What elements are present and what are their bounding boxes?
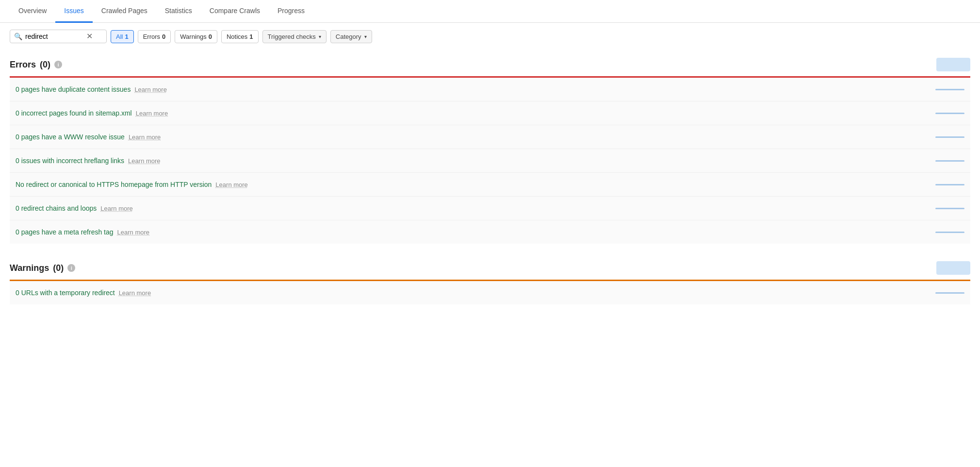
filter-all[interactable]: All 1	[111, 30, 134, 43]
tab-issues[interactable]: Issues	[55, 0, 92, 23]
issue-left: No redirect or canonical to HTTPS homepa…	[16, 181, 248, 188]
learn-more-link[interactable]: Learn more	[100, 205, 132, 212]
issue-text: 0 pages have duplicate content issues	[16, 85, 131, 93]
filter-warnings[interactable]: Warnings 0	[175, 30, 217, 43]
issue-text: No redirect or canonical to HTTPS homepa…	[16, 181, 212, 188]
tab-crawled-pages[interactable]: Crawled Pages	[93, 0, 156, 23]
filter-bar: 🔍 ✕ All 1 Errors 0 Warnings 0 Notices 1 …	[0, 23, 980, 50]
main-content: Errors (0) i 0 pages have duplicate cont…	[0, 50, 980, 314]
learn-more-link[interactable]: Learn more	[128, 157, 160, 165]
warnings-action-button[interactable]	[936, 261, 970, 275]
issue-row: 0 pages have a meta refresh tag Learn mo…	[10, 220, 970, 244]
filter-notices[interactable]: Notices 1	[221, 30, 259, 43]
issue-text: 0 incorrect pages found in sitemap.xml	[16, 109, 132, 117]
search-icon: 🔍	[14, 33, 22, 40]
errors-section-title: Errors (0) i	[10, 60, 62, 70]
filter-notices-label: Notices	[227, 33, 247, 40]
warnings-section-header: Warnings (0) i	[10, 253, 970, 280]
nav-tabs: Overview Issues Crawled Pages Statistics…	[0, 0, 980, 23]
issue-row: 0 issues with incorrect hreflang links L…	[10, 149, 970, 173]
issue-bar	[935, 160, 964, 162]
tab-statistics[interactable]: Statistics	[156, 0, 201, 23]
issue-bar	[935, 292, 964, 294]
warnings-title-text: Warnings	[10, 263, 49, 273]
triggered-checks-label: Triggered checks	[268, 33, 316, 40]
issue-left: 0 redirect chains and loops Learn more	[16, 204, 133, 212]
issue-bar	[935, 208, 964, 209]
errors-count: (0)	[40, 60, 50, 70]
tab-progress[interactable]: Progress	[269, 0, 313, 23]
issue-left: 0 incorrect pages found in sitemap.xml L…	[16, 109, 168, 117]
learn-more-link[interactable]: Learn more	[129, 133, 161, 141]
triggered-checks-chevron-icon: ▾	[319, 34, 321, 39]
filter-all-label: All	[116, 33, 123, 40]
learn-more-link[interactable]: Learn more	[134, 86, 166, 93]
warnings-count: (0)	[53, 263, 64, 273]
tab-overview[interactable]: Overview	[10, 0, 55, 23]
issue-text: 0 URLs with a temporary redirect	[16, 289, 115, 297]
issue-left: 0 issues with incorrect hreflang links L…	[16, 157, 161, 165]
clear-icon[interactable]: ✕	[86, 33, 93, 40]
filter-notices-count: 1	[249, 33, 253, 40]
issue-bar	[935, 89, 964, 90]
filter-warnings-label: Warnings	[180, 33, 206, 40]
errors-section-header: Errors (0) i	[10, 50, 970, 76]
warnings-section-title: Warnings (0) i	[10, 263, 75, 273]
learn-more-link[interactable]: Learn more	[136, 110, 168, 117]
issue-text: 0 pages have a meta refresh tag	[16, 228, 114, 236]
issue-row: 0 redirect chains and loops Learn more	[10, 197, 970, 220]
category-label: Category	[336, 33, 361, 40]
filter-warnings-count: 0	[209, 33, 212, 40]
search-input[interactable]	[25, 33, 83, 40]
issue-left: 0 pages have a meta refresh tag Learn mo…	[16, 228, 149, 236]
issue-text: 0 issues with incorrect hreflang links	[16, 157, 124, 165]
learn-more-link[interactable]: Learn more	[117, 229, 149, 236]
filter-errors-count: 0	[162, 33, 165, 40]
errors-issues-section: 0 pages have duplicate content issues Le…	[10, 76, 970, 244]
tab-compare-crawls[interactable]: Compare Crawls	[201, 0, 269, 23]
category-dropdown[interactable]: Category ▾	[330, 30, 372, 43]
errors-action-button[interactable]	[936, 58, 970, 71]
issue-row: 0 incorrect pages found in sitemap.xml L…	[10, 101, 970, 125]
triggered-checks-dropdown[interactable]: Triggered checks ▾	[262, 30, 327, 43]
issue-row: 0 pages have a WWW resolve issue Learn m…	[10, 125, 970, 149]
search-box: 🔍 ✕	[10, 30, 107, 43]
issue-left: 0 URLs with a temporary redirect Learn m…	[16, 289, 151, 297]
issue-bar	[935, 113, 964, 114]
filter-errors-label: Errors	[143, 33, 160, 40]
warnings-issues-section: 0 URLs with a temporary redirect Learn m…	[10, 280, 970, 304]
issue-row: 0 URLs with a temporary redirect Learn m…	[10, 281, 970, 304]
issue-bar	[935, 136, 964, 138]
learn-more-link[interactable]: Learn more	[119, 289, 151, 297]
issue-row: No redirect or canonical to HTTPS homepa…	[10, 173, 970, 197]
learn-more-link[interactable]: Learn more	[215, 181, 247, 188]
issue-bar	[935, 232, 964, 233]
issue-bar	[935, 184, 964, 185]
filter-all-count: 1	[125, 33, 128, 40]
filter-errors[interactable]: Errors 0	[138, 30, 171, 43]
issue-text: 0 redirect chains and loops	[16, 204, 97, 212]
warnings-info-icon[interactable]: i	[67, 264, 75, 272]
errors-title-text: Errors	[10, 60, 36, 70]
issue-left: 0 pages have duplicate content issues Le…	[16, 85, 167, 93]
issue-row: 0 pages have duplicate content issues Le…	[10, 78, 970, 101]
category-chevron-icon: ▾	[364, 34, 367, 39]
errors-info-icon[interactable]: i	[54, 61, 62, 68]
issue-left: 0 pages have a WWW resolve issue Learn m…	[16, 133, 161, 141]
issue-text: 0 pages have a WWW resolve issue	[16, 133, 125, 141]
